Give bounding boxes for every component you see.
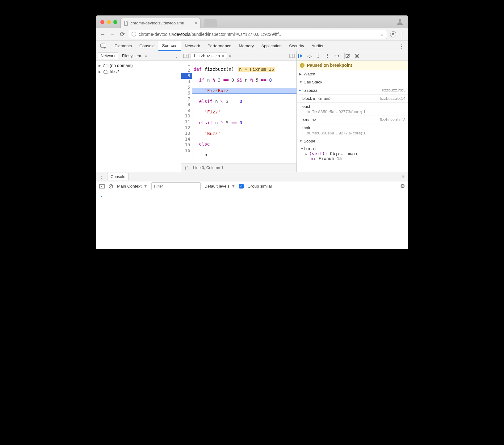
forward-button: → [109, 31, 116, 38]
step-out-button[interactable] [325, 53, 334, 58]
console-prompt: › [100, 194, 103, 199]
svg-rect-6 [298, 54, 299, 58]
console-filter-input[interactable] [151, 182, 201, 190]
navigator-tree: ▶ (no domain) ▶ file:// [96, 61, 181, 77]
step-button[interactable] [334, 54, 344, 58]
code-editor[interactable]: 12345678910111213141516 def fizzbuzz(n)n… [181, 61, 296, 163]
browser-toolbar: ← → ⟳ i chrome-devtools://devtools/bundl… [96, 28, 408, 41]
tab-performance[interactable]: Performance [204, 41, 235, 51]
tab-memory[interactable]: Memory [235, 41, 258, 51]
stack-frame[interactable]: block in <main>fizzbuzz.rb:14 [297, 94, 408, 102]
info-icon: i [300, 63, 304, 68]
callstack-header[interactable]: ▼Call Stack [297, 78, 408, 86]
devtools-menu-icon[interactable]: ⋮ [395, 43, 408, 49]
drawer-menu-icon[interactable]: ⋮ [99, 174, 104, 180]
sources-panel: Network Filesystem » ⋮ ▶ (no domain) ▶ f… [96, 51, 408, 172]
watch-section[interactable]: ▶Watch [297, 70, 408, 78]
tab-application[interactable]: Application [258, 41, 285, 51]
cloud-icon [103, 64, 108, 68]
navigator-tabs: Network Filesystem » ⋮ [96, 51, 181, 61]
browser-tabstrip: chrome-devtools://devtools/bu × [96, 15, 408, 28]
back-button[interactable]: ← [99, 31, 106, 38]
toggle-debugger-icon[interactable] [289, 54, 295, 58]
drawer-close-icon[interactable]: × [401, 173, 405, 180]
file-tab-close-icon[interactable]: × [222, 53, 224, 58]
console-sidebar-toggle-icon[interactable] [99, 184, 105, 189]
deactivate-breakpoints-button[interactable] [345, 53, 355, 58]
tab-console[interactable]: Console [136, 41, 158, 51]
window-minimize-button[interactable] [107, 20, 111, 24]
svg-rect-16 [356, 55, 357, 57]
stack-frame[interactable]: eachtruffle:8350e5a…92773/(core):1 [297, 102, 408, 116]
tab-security[interactable]: Security [285, 41, 308, 51]
navigator-tab-filesystem[interactable]: Filesystem [120, 53, 144, 59]
scope-section: ▼Scope ▼Local ▶ (self): Object main n: F… [297, 137, 408, 162]
inspect-element-icon[interactable] [96, 43, 111, 49]
toggle-navigator-icon[interactable] [183, 54, 189, 58]
group-similar-checkbox[interactable]: ✓ [239, 184, 244, 189]
browser-menu-icon[interactable]: ⋮ [399, 31, 405, 38]
site-info-icon[interactable]: i [132, 32, 136, 36]
more-tabs-icon[interactable]: » [229, 53, 231, 58]
tab-elements[interactable]: Elements [111, 41, 136, 51]
window-zoom-button[interactable] [113, 20, 117, 24]
code-lines[interactable]: def fizzbuzz(n)n = Fixnum 15 if n % 3 ==… [192, 61, 296, 163]
drawer-tab-console[interactable]: Console [107, 173, 129, 180]
browser-tab[interactable]: chrome-devtools://devtools/bu × [120, 18, 201, 28]
tree-item-no-domain[interactable]: ▶ (no domain) [99, 62, 178, 69]
new-tab-handle[interactable] [204, 19, 217, 27]
bookmark-star-icon[interactable]: ☆ [380, 32, 384, 37]
console-toolbar: Main Context ▼ Default levels ▼ ✓ Group … [96, 181, 408, 191]
browser-window: chrome-devtools://devtools/bu × ← → ⟳ i … [96, 15, 408, 249]
window-close-button[interactable] [100, 20, 104, 24]
context-select[interactable]: Main Context ▼ [117, 184, 148, 189]
pause-exceptions-button[interactable] [355, 53, 364, 58]
line-gutter[interactable]: 12345678910111213141516 [181, 61, 192, 163]
address-bar[interactable]: i chrome-devtools://devtools/bundled/ins… [129, 30, 387, 39]
step-over-button[interactable] [307, 53, 316, 58]
file-tab[interactable]: fizzbuzz.rb × [191, 53, 227, 59]
reload-button[interactable]: ⟳ [119, 31, 126, 38]
scope-var-self[interactable]: ▶ (self): Object main [301, 151, 405, 156]
tab-sources[interactable]: Sources [158, 41, 181, 51]
traffic-lights [99, 20, 120, 28]
tab-audits[interactable]: Audits [308, 41, 327, 51]
svg-point-13 [334, 55, 336, 57]
svg-rect-4 [289, 54, 294, 58]
stack-frame[interactable]: ➧fizzbuzzfizzbuzz.rb:3 [297, 86, 408, 94]
inline-value-hint: n = Fixnum 15 [238, 67, 275, 72]
cursor-position: Line 3, Column 1 [193, 165, 223, 170]
tab-network[interactable]: Network [181, 41, 204, 51]
svg-point-7 [309, 57, 310, 58]
console-settings-icon[interactable]: ⚙ [400, 183, 405, 189]
extension-icon[interactable]: B [390, 31, 396, 37]
group-similar-label: Group similar [247, 184, 272, 189]
drawer-header: ⋮ Console × [96, 172, 408, 181]
debugger-panel: i Paused on breakpoint ▶Watch ▼Call Stac… [297, 51, 408, 172]
step-into-button[interactable] [316, 53, 325, 58]
pretty-print-icon[interactable]: { } [185, 165, 189, 170]
svg-point-9 [317, 57, 319, 58]
tab-close-icon[interactable]: × [195, 21, 197, 26]
stack-frame[interactable]: <main>fizzbuzz.rb:13 [297, 116, 408, 124]
tree-item-file[interactable]: ▶ file:// [99, 69, 178, 75]
log-levels-select[interactable]: Default levels ▼ [204, 184, 235, 189]
console-body[interactable]: › [96, 191, 408, 202]
tab-title: chrome-devtools://devtools/bu [131, 21, 192, 25]
account-icon[interactable] [396, 18, 404, 25]
debugger-toolbar [297, 51, 408, 61]
scope-header[interactable]: ▼Scope [297, 137, 408, 145]
stack-frame[interactable]: maintruffle:8350e5a…92773/(core):1 [297, 124, 408, 137]
scope-var-n[interactable]: n: Fixnum 15 [301, 156, 405, 161]
resume-button[interactable] [297, 53, 307, 58]
navigator-tab-network[interactable]: Network [98, 52, 118, 59]
url-text: chrome-devtools://devtools/bundled/inspe… [139, 32, 378, 37]
scope-local[interactable]: ▼Local [301, 146, 405, 151]
svg-rect-2 [183, 54, 188, 58]
clear-console-icon[interactable] [108, 184, 113, 189]
navigator-panel: Network Filesystem » ⋮ ▶ (no domain) ▶ f… [96, 51, 181, 172]
navigator-menu-icon[interactable]: ⋮ [174, 53, 179, 59]
svg-point-0 [399, 19, 401, 22]
svg-point-11 [327, 57, 328, 58]
navigator-more-icon[interactable]: » [145, 53, 147, 58]
